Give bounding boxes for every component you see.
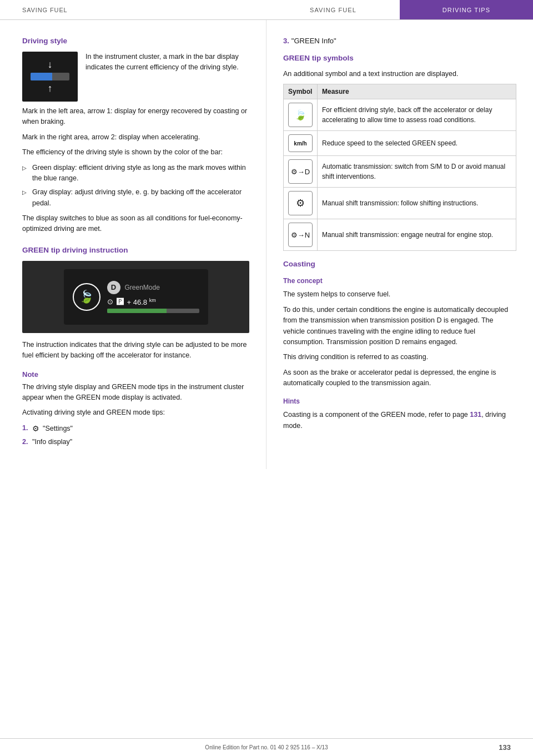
table-header-row: Symbol Measure <box>284 84 516 99</box>
step-3-row: 3. "GREEN Info" <box>283 37 516 45</box>
col-symbol: Symbol <box>284 84 318 99</box>
page-number: 133 <box>499 743 511 752</box>
measure-cell-5: Manual shift transmission: engage neutra… <box>318 219 516 251</box>
green-tip-title: GREEN tip driving instruction <box>22 246 249 254</box>
table-row: ⚙→N Manual shift transmission: engage ne… <box>284 219 516 251</box>
symbol-cell-5: ⚙→N <box>284 219 318 251</box>
driving-style-p3: Mark in the right area, arrow 2: display… <box>22 132 249 143</box>
driving-style-p4: The efficiency of the driving style is s… <box>22 147 249 158</box>
green-tip-bar-fill <box>107 309 167 313</box>
symbol-table: Symbol Measure 🍃 For efficient driving s… <box>283 84 516 251</box>
speed-limit-icon: km/h <box>288 134 313 152</box>
coasting-p3: This driving condition is referred to as… <box>283 352 516 362</box>
green-tip-image: 🍃 D GreenMode ⊙ 🅿 + 46.8 km <box>22 261 249 333</box>
saving-fuel-tab[interactable]: SAVING FUEL <box>266 0 400 19</box>
eco-driving-icon: 🍃 <box>288 103 313 127</box>
symbol-cell-4: ⚙ <box>284 188 318 219</box>
symbol-cell-2: km/h <box>284 131 318 156</box>
cluster-bar-fill <box>31 73 52 80</box>
concept-title: The concept <box>283 277 516 285</box>
parking-icon: 🅿 <box>117 298 124 306</box>
note-title: Note <box>22 370 249 379</box>
page-footer: Online Edition for Part no. 01 40 2 925 … <box>0 738 533 756</box>
measure-cell-4: Manual shift transmission: follow shifti… <box>318 188 516 219</box>
symbol-cell-1: 🍃 <box>284 99 318 131</box>
measure-cell-1: For efficient driving style, back off th… <box>318 99 516 131</box>
arrow-up-icon: ↑ <box>48 83 53 94</box>
table-row: 🍃 For efficient driving style, back off … <box>284 99 516 131</box>
green-tip-display: 🍃 D GreenMode ⊙ 🅿 + 46.8 km <box>64 269 208 325</box>
main-content: Driving style ↓ ↑ In the instrument clus… <box>0 20 533 469</box>
note-p1: The driving style display and GREEN mode… <box>22 382 249 404</box>
footer-text: Online Edition for Part no. 01 40 2 925 … <box>205 744 328 750</box>
measure-cell-3: Automatic transmission: switch from S/M … <box>318 156 516 188</box>
green-symbols-p: An additional symbol and a text instruct… <box>283 69 516 79</box>
header-left-tab: SAVING FUEL <box>0 0 266 19</box>
bullet-green: Green display: efficient driving style a… <box>22 163 249 184</box>
neutral-icon: ⚙→N <box>288 223 313 247</box>
green-tip-mileage: ⊙ 🅿 + 46.8 km <box>107 298 199 306</box>
transmission-d-icon: ⚙→D <box>288 159 313 184</box>
col-measure: Measure <box>318 84 516 99</box>
header-right-area: SAVING FUEL DRIVING TIPS <box>266 0 533 19</box>
driving-style-intro: ↓ ↑ In the instrument cluster, a mark in… <box>22 52 249 106</box>
green-tip-p1: The instruction indicates that the drivi… <box>22 340 249 361</box>
step-2: 2. "Info display" <box>22 437 249 447</box>
leaf-icon: 🍃 <box>79 290 94 304</box>
bullet-gray: Gray display: adjust driving style, e. g… <box>22 187 249 209</box>
page-link[interactable]: 131 <box>470 411 481 419</box>
settings-icon: ⚙ <box>32 423 39 435</box>
hints-title: Hints <box>283 397 516 405</box>
measure-cell-2: Reduce speed to the selected GREEN speed… <box>318 131 516 156</box>
green-tip-progress-bar <box>107 309 199 313</box>
green-mode-label: GreenMode <box>125 284 160 291</box>
note-p2: Activating driving style and GREEN mode … <box>22 407 249 418</box>
instrument-cluster-image: ↓ ↑ <box>22 52 78 102</box>
left-column: Driving style ↓ ↑ In the instrument clus… <box>0 20 266 469</box>
step-1: 1. ⚙ "Settings" <box>22 423 249 435</box>
drive-mode-d: D <box>107 281 120 294</box>
coasting-section: Coasting The concept The system helps to… <box>283 260 516 431</box>
page-header: SAVING FUEL SAVING FUEL DRIVING TIPS <box>0 0 533 20</box>
symbol-cell-3: ⚙→D <box>284 156 318 188</box>
cluster-bar <box>31 73 69 80</box>
driving-style-p5: The display switches to blue as soon as … <box>22 213 249 235</box>
coasting-p1: The system helps to conserve fuel. <box>283 289 516 300</box>
green-symbols-title: GREEN tip symbols <box>283 54 516 62</box>
coasting-title: Coasting <box>283 260 516 268</box>
green-tip-eco-icon: 🍃 <box>73 283 100 311</box>
table-row: ⚙ Manual shift transmission: follow shif… <box>284 188 516 219</box>
hints-p1: Coasting is a component of the GREEN mod… <box>283 410 516 431</box>
driving-style-title: Driving style <box>22 37 249 45</box>
steps-list: 1. ⚙ "Settings" 2. "Info display" <box>22 423 249 448</box>
table-row: km/h Reduce speed to the selected GREEN … <box>284 131 516 156</box>
driving-style-bullets: Green display: efficient driving style a… <box>22 163 249 209</box>
odometer-icon: ⊙ <box>107 298 113 306</box>
green-tip-top: D GreenMode <box>107 281 199 294</box>
green-tip-info: D GreenMode ⊙ 🅿 + 46.8 km <box>107 281 199 313</box>
coasting-p4: As soon as the brake or accelerator peda… <box>283 367 516 389</box>
arrow-down-icon: ↓ <box>48 59 53 70</box>
coasting-p2: To do this, under certain conditions the… <box>283 305 516 348</box>
manual-shift-icon: ⚙ <box>288 191 313 215</box>
driving-style-p2: Mark in the left area, arrow 1: display … <box>22 106 249 128</box>
leaf-strikethrough-icon: 🍃 <box>294 108 306 123</box>
kmh-label: km/h <box>294 139 306 148</box>
driving-tips-tab[interactable]: DRIVING TIPS <box>400 0 533 19</box>
right-column: 3. "GREEN Info" GREEN tip symbols An add… <box>266 20 533 469</box>
table-row: ⚙→D Automatic transmission: switch from … <box>284 156 516 188</box>
